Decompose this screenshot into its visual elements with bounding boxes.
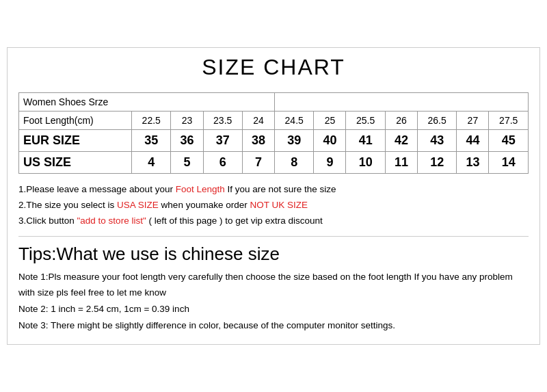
eur-val-0: 35 (132, 129, 171, 151)
tips-title: Tips:What we use is chinese size (18, 244, 529, 265)
us-val-4: 8 (275, 151, 314, 173)
foot-length-val-3: 24 (242, 111, 274, 129)
eur-val-3: 38 (242, 129, 274, 151)
page-title: SIZE CHART (18, 55, 529, 86)
note2-middle: when youmake order (159, 200, 250, 210)
foot-length-label: Foot Length(cm) (19, 111, 132, 129)
us-val-6: 10 (346, 151, 385, 173)
note1-prefix: 1.Please leave a message about your (18, 184, 176, 194)
note-1: 1.Please leave a message about your Foot… (18, 182, 529, 198)
eur-val-4: 39 (275, 129, 314, 151)
foot-length-val-2: 23.5 (203, 111, 242, 129)
foot-length-val-5: 25 (314, 111, 346, 129)
notes-section: 1.Please leave a message about your Foot… (18, 182, 529, 229)
divider (18, 236, 529, 237)
note3-suffix: ( left of this page ) to get vip extra d… (146, 215, 323, 226)
eur-val-10: 45 (489, 129, 529, 151)
eur-val-6: 41 (346, 129, 385, 151)
foot-length-val-9: 27 (457, 111, 489, 129)
foot-length-val-4: 24.5 (275, 111, 314, 129)
women-shoes-row: Women Shoes Srze (19, 92, 529, 111)
tips-note-2: Note 2: 1 inch = 2.54 cm, 1cm = 0.39 inc… (18, 301, 529, 317)
us-val-9: 13 (457, 151, 489, 173)
us-val-1: 5 (171, 151, 203, 173)
tips-note-1: Note 1:Pls measure your foot length very… (18, 269, 529, 301)
eur-size-row: EUR SIZE 35 36 37 38 39 40 41 42 43 44 4… (19, 129, 529, 151)
note1-highlight: Foot Length (176, 184, 225, 194)
foot-length-val-10: 27.5 (489, 111, 529, 129)
us-val-5: 9 (314, 151, 346, 173)
us-val-8: 12 (417, 151, 456, 173)
eur-val-5: 40 (314, 129, 346, 151)
note1-suffix: If you are not sure the size (225, 184, 336, 194)
size-chart-table: Women Shoes Srze Foot Length(cm) 22.5 23… (18, 92, 529, 174)
eur-val-7: 42 (385, 129, 417, 151)
size-chart-container: SIZE CHART Women Shoes Srze Foot Length(… (7, 47, 540, 345)
note3-highlight: "add to store list" (77, 215, 146, 226)
foot-length-val-8: 26.5 (417, 111, 456, 129)
note3-prefix: 3.Click button (18, 215, 77, 226)
foot-length-val-0: 22.5 (132, 111, 171, 129)
us-val-2: 6 (203, 151, 242, 173)
eur-val-8: 43 (417, 129, 456, 151)
eur-val-1: 36 (171, 129, 203, 151)
us-size-row: US SIZE 4 5 6 7 8 9 10 11 12 13 14 (19, 151, 529, 173)
eur-size-label: EUR SIZE (19, 129, 132, 151)
note2-highlight2: NOT UK SIZE (250, 200, 308, 210)
eur-val-2: 37 (203, 129, 242, 151)
foot-length-row: Foot Length(cm) 22.5 23 23.5 24 24.5 25 … (19, 111, 529, 129)
note-2: 2.The size you select is USA SIZE when y… (18, 198, 529, 213)
tips-note-3: Note 3: There might be slightly differen… (18, 317, 529, 334)
tips-body: Note 1:Pls measure your foot length very… (18, 269, 529, 334)
note2-prefix: 2.The size you select is (18, 200, 117, 210)
us-val-10: 14 (489, 151, 529, 173)
us-val-3: 7 (242, 151, 274, 173)
eur-val-9: 44 (457, 129, 489, 151)
us-val-7: 11 (385, 151, 417, 173)
us-val-0: 4 (132, 151, 171, 173)
women-shoes-label: Women Shoes Srze (19, 92, 275, 111)
us-size-label: US SIZE (19, 151, 132, 173)
foot-length-val-6: 25.5 (346, 111, 385, 129)
foot-length-val-1: 23 (171, 111, 203, 129)
note2-highlight1: USA SIZE (117, 200, 159, 210)
note-3: 3.Click button "add to store list" ( lef… (18, 213, 529, 229)
foot-length-val-7: 26 (385, 111, 417, 129)
